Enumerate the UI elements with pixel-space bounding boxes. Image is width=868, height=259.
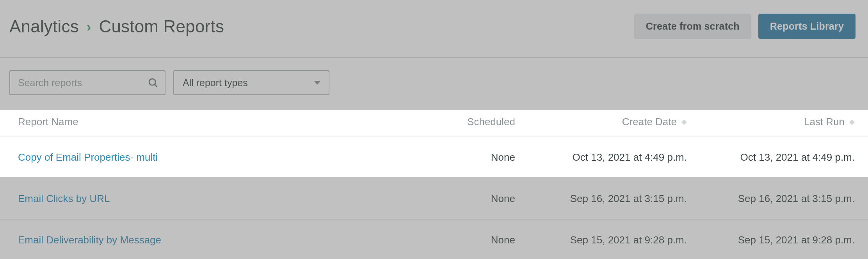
search-icon [148,77,158,88]
column-header-last-run[interactable]: Last Run ◆ [687,116,855,128]
report-create-date: Oct 13, 2021 at 4:49 p.m. [519,151,687,163]
report-type-select-label: All report types [183,77,248,89]
report-last-run: Oct 13, 2021 at 4:49 p.m. [687,151,855,163]
table-row: Email Clicks by URL None Sep 16, 2021 at… [0,178,868,219]
report-create-date: Sep 15, 2021 at 9:28 p.m. [519,234,687,246]
report-create-date: Sep 16, 2021 at 3:15 p.m. [519,193,687,205]
chevron-down-icon [314,81,321,85]
breadcrumb-current: Custom Reports [99,17,224,36]
page-header: Analytics › Custom Reports Create from s… [0,0,868,58]
table-row: Email Deliverability by Message None Sep… [0,219,868,259]
report-type-select-wrap: All report types [173,70,329,95]
sort-icon: ◆ [849,117,855,126]
report-name-link[interactable]: Copy of Email Properties- multi [18,151,410,163]
reports-table: Report Name Scheduled Create Date ◆ Last… [0,107,868,259]
search-wrap [9,70,165,95]
report-scheduled: None [410,234,519,246]
report-scheduled: None [410,193,519,205]
column-header-scheduled[interactable]: Scheduled [410,116,519,128]
column-header-last-run-label: Last Run [804,116,845,128]
column-header-name[interactable]: Report Name [18,116,410,128]
svg-point-0 [149,79,155,85]
search-input[interactable] [9,70,165,95]
report-last-run: Sep 15, 2021 at 9:28 p.m. [687,234,855,246]
sort-icon: ◆ [681,117,687,126]
filters-bar: All report types [0,58,868,107]
breadcrumb-root[interactable]: Analytics [9,17,79,36]
table-row: Copy of Email Properties- multi None Oct… [0,137,868,178]
report-name-link[interactable]: Email Clicks by URL [18,193,410,205]
report-last-run: Sep 16, 2021 at 3:15 p.m. [687,193,855,205]
chevron-right-icon: › [87,19,91,34]
report-scheduled: None [410,151,519,163]
report-type-select[interactable]: All report types [173,70,329,95]
report-name-link[interactable]: Email Deliverability by Message [18,234,410,246]
column-header-create-date[interactable]: Create Date ◆ [519,116,687,128]
breadcrumb: Analytics › Custom Reports [9,17,224,36]
table-header: Report Name Scheduled Create Date ◆ Last… [0,107,868,137]
create-from-scratch-button[interactable]: Create from scratch [634,14,751,39]
svg-line-1 [155,84,157,87]
column-header-create-date-label: Create Date [622,116,677,128]
header-actions: Create from scratch Reports Library [634,14,856,39]
reports-library-button[interactable]: Reports Library [758,14,856,39]
